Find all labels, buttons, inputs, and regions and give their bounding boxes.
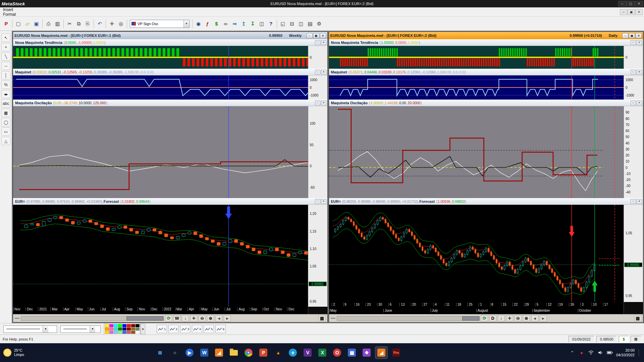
color-swatch[interactable] xyxy=(105,324,109,327)
save-icon[interactable]: ▣ xyxy=(32,19,41,28)
percent-tool[interactable]: % xyxy=(1,80,10,89)
media-app[interactable]: ▶ xyxy=(183,346,196,359)
zoom-reset-icon[interactable]: ↕ xyxy=(498,315,505,321)
mdi-restore-button[interactable]: ▣ xyxy=(628,9,635,15)
chrome-app[interactable] xyxy=(242,346,255,359)
chart-window-icon[interactable]: ◫ xyxy=(257,19,266,28)
color-swatch[interactable] xyxy=(114,324,118,327)
cascade-icon[interactable]: ▤ xyxy=(306,19,315,28)
color-swatch[interactable] xyxy=(136,327,140,330)
periodicity-button[interactable]: W xyxy=(173,315,180,321)
crosshair-icon[interactable]: ✛ xyxy=(107,19,116,28)
color-swatch[interactable] xyxy=(109,327,113,330)
pane-restore-button[interactable]: □ xyxy=(315,40,320,45)
workspace-options-icon[interactable]: ⚙ xyxy=(315,19,324,28)
ellipse-tool[interactable]: ◯ xyxy=(1,118,10,126)
excel-app[interactable]: X xyxy=(316,346,329,359)
data-window-icon[interactable]: ▦ xyxy=(634,315,641,321)
zoom-in-icon[interactable]: ⊕ xyxy=(207,315,214,321)
combo-arrow-icon[interactable]: ▼ xyxy=(90,326,95,333)
tile-horizontal-icon[interactable]: ⊟ xyxy=(287,19,297,28)
pane-close-button[interactable]: ✕ xyxy=(637,101,642,105)
triangle-tool[interactable]: △ xyxy=(1,137,10,145)
powerpoint-app[interactable]: P xyxy=(257,346,270,359)
vertical-line-tool[interactable]: │ xyxy=(1,71,10,79)
vlc-app[interactable]: ▲ xyxy=(272,346,284,359)
line-style-combo[interactable]: ▼ xyxy=(3,325,57,333)
notification-edge[interactable] xyxy=(639,349,641,356)
wifi-icon[interactable] xyxy=(588,350,594,356)
app-close-button[interactable]: ✕ xyxy=(635,1,643,6)
photos-app[interactable]: ❖ xyxy=(360,346,373,359)
color-swatch[interactable] xyxy=(136,324,140,327)
color-swatch[interactable] xyxy=(118,331,122,334)
chart-style-button-5[interactable]: 5 xyxy=(204,325,214,333)
visualstudio-app[interactable]: V xyxy=(301,346,314,359)
pane-restore-button[interactable]: □ xyxy=(315,70,320,74)
scroll-right-icon[interactable]: ▸ xyxy=(224,315,231,321)
chart-scrollbar[interactable] xyxy=(21,316,164,321)
metastock-app[interactable]: ◢ xyxy=(213,346,225,359)
pane-restore-button[interactable]: □ xyxy=(631,40,636,45)
word-app[interactable]: W xyxy=(198,346,211,359)
battery-icon[interactable] xyxy=(607,350,613,356)
pane-close-button[interactable]: ✕ xyxy=(321,199,326,204)
pane-close-button[interactable]: ✕ xyxy=(321,40,326,45)
download-icon[interactable]: ↧ xyxy=(248,19,257,28)
new-chart-icon[interactable]: ▢ xyxy=(14,19,23,28)
pan-icon[interactable]: ✛ xyxy=(506,315,513,321)
expert-advisor-icon[interactable]: ⇒ xyxy=(230,19,239,28)
mdi-minimize-button[interactable]: ─ xyxy=(620,9,627,15)
combo-arrow-icon[interactable]: ▼ xyxy=(43,326,48,333)
pane-restore-button[interactable]: □ xyxy=(631,101,636,105)
print-icon[interactable]: ⎙ xyxy=(44,19,53,28)
metastock-app-active[interactable]: ◢ xyxy=(375,346,388,359)
app-restore-button[interactable]: ▢ xyxy=(627,1,635,6)
chart-style-button-2[interactable]: 2 xyxy=(168,325,179,333)
trendline-tool[interactable]: ╲ xyxy=(1,52,10,61)
chart-style-button-1[interactable]: 1 xyxy=(157,325,167,333)
explorer-icon[interactable]: ∞ xyxy=(221,19,230,28)
copy-icon[interactable]: ⧉ xyxy=(74,19,83,28)
chart-style-button-3[interactable]: 3 xyxy=(180,325,191,333)
help-pointer-icon[interactable]: ? xyxy=(266,19,275,28)
window-minimize-button[interactable]: ─ xyxy=(307,33,313,38)
color-swatch[interactable] xyxy=(122,331,126,334)
pane-restore-button[interactable]: □ xyxy=(631,199,636,204)
undo-icon[interactable]: ↶ xyxy=(95,19,104,28)
indicator-globe-icon[interactable]: ◉ xyxy=(194,19,203,28)
taskbar-clock[interactable]: 20:00 04/10/2022 xyxy=(616,348,635,357)
zoom-reset-icon[interactable]: ↕ xyxy=(182,315,189,321)
zoom-out-icon[interactable]: ⊖ xyxy=(199,315,206,321)
pane-restore-button[interactable]: □ xyxy=(631,70,636,74)
scroll-right-icon[interactable]: ▸ xyxy=(540,315,547,321)
scrollbar-thumb[interactable] xyxy=(126,316,163,320)
notes-app[interactable]: ▦ xyxy=(345,346,358,359)
pane-restore-button[interactable]: □ xyxy=(315,199,320,204)
color-swatch[interactable] xyxy=(114,327,118,330)
explorer-app[interactable] xyxy=(227,346,240,359)
color-swatch[interactable] xyxy=(105,327,109,330)
pane-close-button[interactable]: ✕ xyxy=(321,70,326,74)
cut-icon[interactable]: ✂ xyxy=(65,19,74,28)
window-titlebar[interactable]: EURUSD Nova Maquineta.mwl - [EUR=] FOREX… xyxy=(13,32,327,39)
app-minimize-button[interactable]: ─ xyxy=(618,1,626,6)
tray-alert-icon[interactable]: ● xyxy=(579,350,585,356)
color-swatch[interactable] xyxy=(122,327,126,330)
data-window-icon[interactable]: ▦ xyxy=(319,315,326,321)
pane-restore-button[interactable]: □ xyxy=(315,101,320,105)
color-swatch[interactable] xyxy=(114,331,118,334)
periodicity-button[interactable]: D xyxy=(489,315,496,321)
color-swatch[interactable] xyxy=(118,327,122,330)
dollar-icon[interactable]: $ xyxy=(212,19,221,28)
pane-close-button[interactable]: ✕ xyxy=(321,101,326,105)
grid-tool[interactable]: ▦ xyxy=(1,109,10,117)
scroll-left-icon[interactable]: ◂ xyxy=(531,315,538,321)
new-window-icon[interactable]: ◱ xyxy=(278,19,287,28)
expand-tool[interactable]: ◂▸ xyxy=(1,90,10,98)
color-swatch[interactable] xyxy=(131,327,135,330)
menu-format[interactable]: Format xyxy=(0,12,20,17)
pane-close-button[interactable]: ✕ xyxy=(637,199,642,204)
window-titlebar[interactable]: EURUSD Nova Maquineta.mwl - [EUR=] FOREX… xyxy=(329,32,643,39)
zoom-out-icon[interactable]: ⊖ xyxy=(515,315,522,321)
